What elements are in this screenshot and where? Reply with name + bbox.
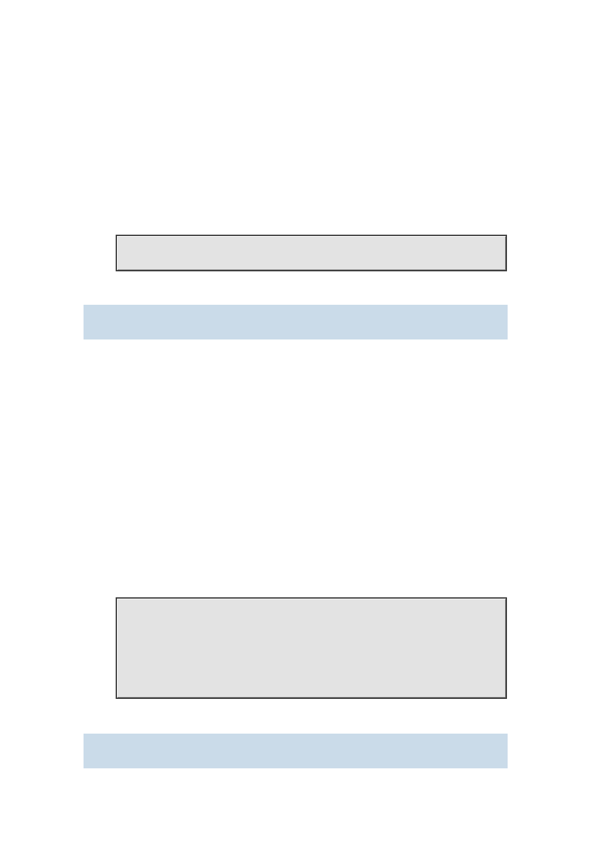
text-input-small[interactable] (116, 235, 507, 271)
section-bar-2 (84, 734, 508, 768)
text-input-large[interactable] (116, 597, 507, 699)
section-bar-1 (84, 305, 508, 339)
